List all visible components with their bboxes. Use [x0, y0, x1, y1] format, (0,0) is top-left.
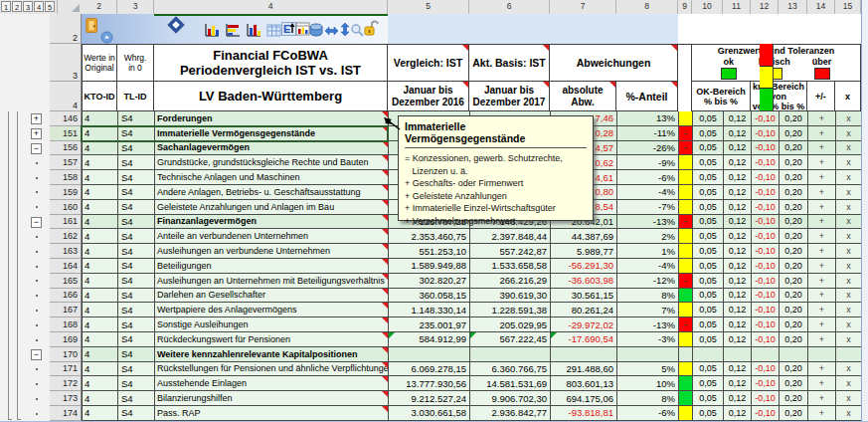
cell-tl-170[interactable]: S4: [118, 347, 155, 362]
vergleich-header[interactable]: Vergleich: IST: [388, 44, 469, 82]
row-header-167[interactable]: 167: [50, 303, 82, 317]
traffic-light-172[interactable]: [679, 376, 693, 391]
cell-kto-151[interactable]: 4: [83, 126, 118, 141]
cell-value-2017-171[interactable]: 6.360.766,75: [470, 362, 551, 377]
cell-pct-159[interactable]: -4%: [617, 185, 679, 200]
plus-action-163[interactable]: +: [808, 244, 836, 259]
cell-abs-abw-167[interactable]: 80.261,24: [551, 303, 617, 317]
outline-level-button-2[interactable]: 2: [12, 1, 22, 12]
cell-name-164[interactable]: Beteiligungen: [155, 259, 389, 274]
row-header-174[interactable]: 174: [50, 406, 82, 421]
cell-value-2016-163[interactable]: 551.253,10: [389, 244, 470, 259]
x-action-171[interactable]: x: [836, 362, 862, 377]
cell-name-174[interactable]: Pass. RAP: [155, 406, 389, 421]
traffic-light-167[interactable]: [679, 303, 693, 317]
cell-abs-abw-171[interactable]: 291.488,60: [551, 362, 617, 377]
row-header-166[interactable]: 166: [50, 289, 82, 304]
cell-name-170[interactable]: Weitere kennzahlenrelevante Kapitalposit…: [155, 347, 389, 362]
plus-action-171[interactable]: +: [808, 362, 836, 377]
cell-tl-146[interactable]: S4: [118, 111, 155, 126]
cell-name-172[interactable]: Ausstehende Einlagen: [155, 376, 389, 391]
cell-abs-abw-162[interactable]: 44.387,69: [551, 229, 617, 244]
pct-anteil-header[interactable]: %-Anteil: [616, 82, 678, 111]
expand-group-button-146[interactable]: +: [31, 113, 42, 124]
collapse-group-button-170[interactable]: −: [31, 349, 42, 360]
cell-value-2016-169[interactable]: 584.912,99: [389, 332, 470, 347]
cell-tl-156[interactable]: S4: [118, 141, 155, 156]
row-header-171[interactable]: 171: [50, 362, 82, 377]
column-header-14[interactable]: 14: [807, 0, 835, 14]
cell-value-2016-162[interactable]: 2.353.460,75: [389, 229, 470, 244]
cell-tl-173[interactable]: S4: [118, 391, 155, 406]
cell-pct-151[interactable]: -11%: [617, 126, 679, 141]
cell-name-169[interactable]: Rückdeckungswert für Pensionen: [155, 332, 389, 347]
cell-tl-168[interactable]: S4: [118, 317, 155, 332]
cell-tl-172[interactable]: S4: [118, 376, 155, 391]
row-header-151[interactable]: 151: [50, 126, 82, 141]
row-header-160[interactable]: 160: [50, 200, 82, 215]
cell-tl-157[interactable]: S4: [118, 155, 155, 170]
traffic-light-156[interactable]: -: [679, 141, 693, 156]
kto-id-header[interactable]: KTO-ID: [82, 82, 117, 111]
x-action-158[interactable]: x: [836, 170, 862, 185]
row-header-168[interactable]: 168: [50, 317, 82, 332]
outline-level-button-5[interactable]: 5: [45, 1, 55, 12]
outline-level-button-1[interactable]: 1: [1, 1, 11, 12]
plus-action-165[interactable]: +: [808, 274, 836, 289]
plus-action-174[interactable]: +: [808, 406, 836, 421]
plusminus-header[interactable]: +/-: [807, 82, 835, 111]
column-header-9[interactable]: 9: [678, 0, 692, 14]
x-action-169[interactable]: x: [836, 332, 862, 347]
cell-kto-164[interactable]: 4: [83, 259, 118, 274]
cell-name-167[interactable]: Wertpapiere des Anlagevermögens: [155, 303, 389, 317]
x-action-151[interactable]: x: [836, 126, 862, 141]
cell-pct-161[interactable]: -13%: [617, 215, 679, 230]
traffic-light-164[interactable]: [679, 259, 693, 274]
column-header-2[interactable]: 2: [82, 0, 117, 14]
cell-value-2017-167[interactable]: 1.228.591,38: [470, 303, 551, 317]
x-action-162[interactable]: x: [836, 229, 862, 244]
cell-value-2017-172[interactable]: 14.581.531,69: [470, 376, 551, 391]
row-header-157[interactable]: 157: [50, 155, 82, 170]
cell-kto-161[interactable]: 4: [83, 215, 118, 230]
column-header-13[interactable]: 13: [779, 0, 807, 14]
row-header-159[interactable]: 159: [50, 185, 82, 200]
period-right-header[interactable]: Januar bis Dezember 2017: [469, 82, 550, 111]
cell-value-2016-174[interactable]: 3.030.661,58: [389, 406, 470, 421]
padlock-open-icon[interactable]: [362, 19, 380, 37]
cell-kto-159[interactable]: 4: [83, 185, 118, 200]
traffic-light-159[interactable]: [679, 185, 693, 200]
column-header-3[interactable]: 3: [117, 0, 154, 14]
cell-name-162[interactable]: Anteile an verbundenen Unternehmen: [155, 229, 389, 244]
period-left-header[interactable]: Januar bis Dezember 2016: [388, 82, 469, 111]
cell-value-2017-169[interactable]: 567.222,45: [470, 332, 551, 347]
ok-bereich-header[interactable]: OK-Bereich% bis %: [692, 82, 751, 111]
cell-value-2016-165[interactable]: 302.820,27: [389, 274, 470, 289]
traffic-light-146[interactable]: [679, 111, 693, 126]
cell-tl-171[interactable]: S4: [118, 362, 155, 377]
cell-kto-146[interactable]: 4: [83, 111, 118, 126]
cell-kto-158[interactable]: 4: [83, 170, 118, 185]
traffic-light-157[interactable]: [679, 155, 693, 170]
cell-kto-165[interactable]: 4: [83, 274, 118, 289]
traffic-light-162[interactable]: [679, 229, 693, 244]
cell-value-2017-173[interactable]: 9.906.702,30: [470, 391, 551, 406]
x-action-157[interactable]: x: [836, 155, 862, 170]
traffic-light-160[interactable]: [679, 200, 693, 215]
cell-pct-168[interactable]: -13%: [617, 317, 679, 332]
plus-action-168[interactable]: +: [808, 317, 836, 332]
cell-pct-164[interactable]: -4%: [617, 259, 679, 274]
traffic-light-165[interactable]: -: [679, 274, 693, 289]
cell-name-171[interactable]: Rückstellungen für Pensionen und ähnlich…: [155, 362, 389, 377]
row-header-164[interactable]: 164: [50, 259, 82, 274]
werte-in-original-header[interactable]: Werte in Original: [82, 44, 117, 82]
cell-abs-abw-168[interactable]: -29.972,02: [551, 317, 617, 332]
plus-action-151[interactable]: +: [808, 126, 836, 141]
x-action-159[interactable]: x: [836, 185, 862, 200]
cell-value-2017-162[interactable]: 2.397.848,44: [470, 229, 551, 244]
cell-value-2017-174[interactable]: 2.936.842,77: [470, 406, 551, 421]
plus-action-158[interactable]: +: [808, 170, 836, 185]
cell-name-159[interactable]: Andere Anlagen, Betriebs- u. Geschäftsau…: [155, 185, 389, 200]
cell-abs-abw-166[interactable]: 30.561,15: [551, 289, 617, 304]
collapse-group-button-156[interactable]: −: [31, 143, 42, 154]
